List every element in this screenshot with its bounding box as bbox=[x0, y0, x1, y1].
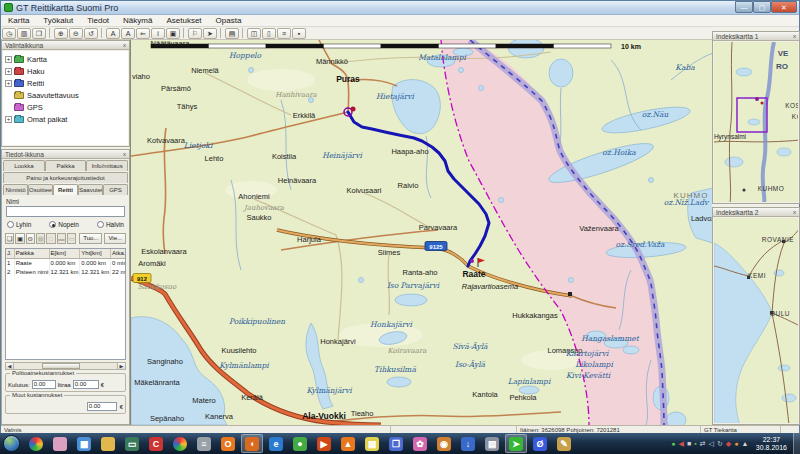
panel-list-button[interactable]: ≡ bbox=[277, 28, 291, 39]
tray-sync-icon[interactable]: ↻ bbox=[717, 439, 723, 449]
scroll-right-icon[interactable]: ▶ bbox=[117, 363, 125, 369]
tray-red2-icon[interactable]: ◆ bbox=[726, 439, 731, 449]
close-icon[interactable]: x bbox=[790, 208, 799, 216]
table-hscrollbar[interactable]: ◀ ▶ bbox=[5, 362, 126, 370]
tab-luokka[interactable]: Luokka bbox=[3, 160, 45, 171]
tree-item-reitti[interactable]: +Reitti bbox=[5, 77, 128, 89]
windows-button[interactable]: ❐ bbox=[32, 28, 46, 39]
taskbar-icon-clipboard[interactable]: ≡ bbox=[193, 434, 215, 453]
import-button[interactable]: Tuo... bbox=[79, 233, 102, 244]
taskbar-icon-blue-window[interactable]: ❐ bbox=[385, 434, 407, 453]
table-row[interactable]: 1Raate0.000 km0.000 km0 min00:0 bbox=[6, 258, 126, 267]
taskbar-icon-display-settings[interactable]: ▦ bbox=[73, 434, 95, 453]
tray-orange-icon[interactable]: ● bbox=[734, 439, 738, 449]
index-map-2[interactable]: ROVANIEKEMIOULU bbox=[714, 218, 798, 423]
radio-lyhin[interactable]: Lyhin bbox=[7, 221, 31, 228]
taskbar-icon-internet-explorer[interactable]: e bbox=[265, 434, 287, 453]
route-profile-button[interactable]: ▥ bbox=[17, 28, 31, 39]
route-name-input[interactable] bbox=[6, 206, 125, 217]
taskbar-icon-eye-app[interactable]: ◉ bbox=[433, 434, 455, 453]
save-route-button[interactable]: ▣ bbox=[15, 233, 24, 244]
find-route-button[interactable]: ⊙ bbox=[26, 233, 35, 244]
tab-info-mittaus[interactable]: Info/mittaus bbox=[86, 160, 128, 171]
taskbar-icon-monitor[interactable]: ▭ bbox=[121, 434, 143, 453]
tray-square-green-icon[interactable]: ▪ bbox=[694, 439, 696, 449]
tray-flag-icon[interactable]: ▲ bbox=[741, 439, 748, 449]
new-route-button[interactable]: ❏ bbox=[5, 233, 14, 244]
info-tool-button[interactable]: i bbox=[151, 28, 165, 39]
menu-työkalut[interactable]: Työkalut bbox=[36, 15, 80, 27]
tree-item-omat-paikat[interactable]: +Omat paikat bbox=[5, 113, 128, 125]
taskbar-clock[interactable]: 22:37 30.8.2016 bbox=[756, 436, 787, 452]
route-points-table[interactable]: J.PaikkaE[km]Yht[km]Aika.Kell1Raate0.000… bbox=[5, 248, 126, 360]
tab-paikka[interactable]: Paikka bbox=[45, 160, 87, 171]
scroll-left-icon[interactable]: ◀ bbox=[6, 363, 14, 369]
tab-osoitteet[interactable]: Osoitteet bbox=[28, 184, 53, 195]
export-button[interactable]: Vie... bbox=[104, 233, 126, 244]
expand-icon[interactable]: + bbox=[5, 80, 12, 87]
show-desktop-button[interactable] bbox=[793, 433, 800, 454]
pointer-tool-button[interactable]: ➤ bbox=[203, 28, 217, 39]
taskbar-icon-chrome[interactable] bbox=[25, 434, 47, 453]
taskbar-icon-pink-app[interactable]: ✿ bbox=[409, 434, 431, 453]
zoom-previous-button[interactable]: ↺ bbox=[84, 28, 98, 39]
taskbar-icon-printer[interactable]: ▤ bbox=[481, 434, 503, 453]
taskbar-icon-vlc[interactable]: ▲ bbox=[337, 434, 359, 453]
panel-valinta-button[interactable]: ◫ bbox=[247, 28, 261, 39]
taskbar-icon-app-color[interactable] bbox=[169, 434, 191, 453]
menu-asetukset[interactable]: Asetukset bbox=[159, 15, 208, 27]
table-row[interactable]: 2Pisteen nimi12.321 km12.321 km22 min00:… bbox=[6, 267, 126, 276]
pan-back-button[interactable]: ⇐ bbox=[136, 28, 150, 39]
label-tool-button[interactable]: A bbox=[121, 28, 135, 39]
radio-halvin[interactable]: Halvin bbox=[97, 221, 124, 228]
index-map-1[interactable]: VEROKOSTKOHyrynsalmiKUHMO bbox=[714, 42, 798, 202]
expand-icon[interactable]: + bbox=[5, 68, 12, 75]
expand-icon[interactable]: + bbox=[5, 56, 12, 63]
print-button[interactable]: ▤ bbox=[225, 28, 239, 39]
kulutus-input[interactable]: 0.00 bbox=[32, 380, 56, 389]
poi-tool-button[interactable]: ⚐ bbox=[188, 28, 202, 39]
panel-info-button[interactable]: ▪ bbox=[292, 28, 306, 39]
scroll-thumb[interactable] bbox=[42, 363, 80, 369]
taskbar-icon-gt-reittikartta[interactable]: ➤ bbox=[505, 434, 527, 453]
tree-item-kartta[interactable]: +Kartta bbox=[5, 53, 128, 65]
maximize-button[interactable]: ▢ bbox=[753, 1, 771, 13]
tab-paino-korkeus[interactable]: Paino ja korkeusrajoitustiedot bbox=[3, 172, 128, 183]
close-icon[interactable]: x bbox=[120, 41, 129, 49]
tab-gps[interactable]: GPS bbox=[103, 184, 128, 195]
close-icon[interactable]: x bbox=[790, 32, 799, 40]
tree-item-saavutettavuus[interactable]: Saavutettavuus bbox=[5, 89, 128, 101]
menu-opasta[interactable]: Opasta bbox=[209, 15, 249, 27]
image-tool-button[interactable]: ▣ bbox=[166, 28, 180, 39]
map-canvas[interactable]: 10 km 9125912 NäätävaaraHoppeloMännikköP… bbox=[130, 40, 712, 425]
expand-icon[interactable]: + bbox=[5, 116, 12, 123]
close-icon[interactable]: x bbox=[120, 150, 129, 158]
fuel-price-input[interactable]: 0.00 bbox=[73, 380, 99, 389]
zoom-out-button[interactable]: ⊖ bbox=[69, 28, 83, 39]
taskbar-icon-orange-app[interactable]: O bbox=[217, 434, 239, 453]
taskbar-icon-paint-app[interactable]: ✎ bbox=[553, 434, 575, 453]
close-button[interactable]: ✕ bbox=[771, 1, 797, 13]
taskbar-icon-media-player[interactable]: ▶ bbox=[313, 434, 335, 453]
tray-display-icon[interactable]: ■ bbox=[687, 439, 691, 449]
tree-item-gps[interactable]: GPS bbox=[5, 101, 128, 113]
tree-item-haku[interactable]: +Haku bbox=[5, 65, 128, 77]
minimize-button[interactable]: — bbox=[735, 1, 753, 13]
tab-nimistö[interactable]: Nimistö bbox=[3, 184, 28, 195]
taskbar-icon-opera-blue[interactable]: Ø bbox=[529, 434, 551, 453]
taskbar-icon-folder[interactable] bbox=[97, 434, 119, 453]
taskbar-icon-firefox[interactable]: ◖ bbox=[241, 434, 263, 453]
taskbar-icon-download[interactable]: ↓ bbox=[457, 434, 479, 453]
tab-reitti[interactable]: Reitti bbox=[53, 184, 78, 195]
taskbar-icon-app-pink[interactable] bbox=[49, 434, 71, 453]
start-button[interactable] bbox=[3, 435, 20, 452]
other-cost-input[interactable]: 0.00 bbox=[87, 402, 117, 411]
zoom-in-button[interactable]: ⊕ bbox=[54, 28, 68, 39]
tray-green-icon[interactable]: ● bbox=[671, 439, 675, 449]
tray-network-icon[interactable]: ⇄ bbox=[700, 439, 706, 449]
select-tool-button[interactable]: A bbox=[106, 28, 120, 39]
menu-kartta[interactable]: Kartta bbox=[1, 15, 36, 27]
taskbar-icon-ccleaner[interactable]: C bbox=[145, 434, 167, 453]
tab-saavutettavuus[interactable]: Saavutettavuus bbox=[78, 184, 103, 195]
taskbar-icon-green-orb[interactable]: ● bbox=[289, 434, 311, 453]
